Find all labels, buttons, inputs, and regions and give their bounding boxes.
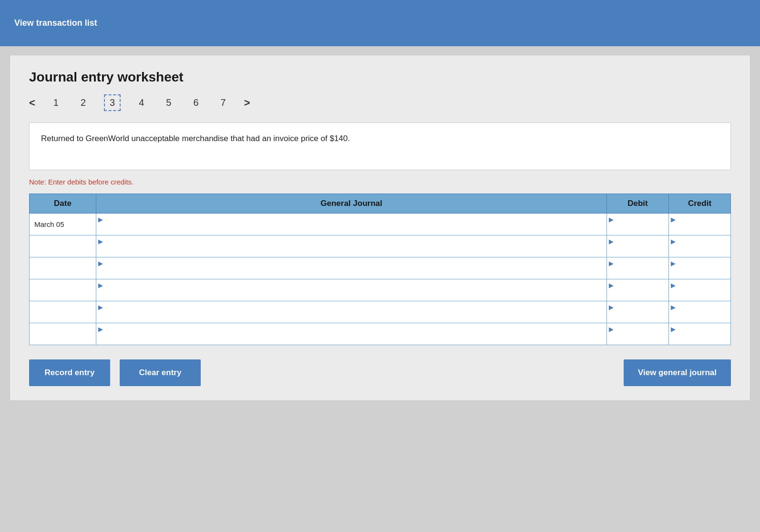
cell-journal-4[interactable]: ▶	[96, 301, 607, 323]
table-row: ▶▶▶	[30, 235, 731, 257]
table-row: March 05▶▶▶	[30, 214, 731, 235]
cell-date-3	[30, 279, 96, 301]
cell-date-4	[30, 301, 96, 323]
debit-input-4[interactable]	[614, 301, 668, 323]
debit-input-1[interactable]	[614, 235, 668, 257]
cell-journal-3[interactable]: ▶	[96, 279, 607, 301]
cell-credit-2[interactable]: ▶	[669, 257, 731, 279]
page-2-button[interactable]: 2	[77, 95, 90, 110]
header-journal: General Journal	[96, 194, 607, 214]
arrow-icon: ▶	[669, 323, 676, 333]
table-row: ▶▶▶	[30, 301, 731, 323]
clear-entry-button[interactable]: Clear entry	[120, 359, 201, 386]
table-row: ▶▶▶	[30, 323, 731, 345]
page-5-button[interactable]: 5	[162, 95, 175, 110]
cell-date-0: March 05	[30, 214, 96, 235]
cell-credit-3[interactable]: ▶	[669, 279, 731, 301]
debit-input-2[interactable]	[614, 257, 668, 279]
cell-credit-4[interactable]: ▶	[669, 301, 731, 323]
table-row: ▶▶▶	[30, 279, 731, 301]
worksheet-title: Journal entry worksheet	[29, 70, 731, 85]
cell-debit-0[interactable]: ▶	[607, 214, 669, 235]
cell-journal-2[interactable]: ▶	[96, 257, 607, 279]
table-row: ▶▶▶	[30, 257, 731, 279]
arrow-icon: ▶	[607, 323, 614, 333]
arrow-icon: ▶	[96, 235, 103, 245]
journal-input-2[interactable]	[103, 257, 606, 279]
pagination-row: < 1 2 3 4 5 6 7 >	[29, 94, 731, 111]
view-general-journal-button[interactable]: View general journal	[624, 359, 731, 386]
cell-credit-1[interactable]: ▶	[669, 235, 731, 257]
cell-debit-3[interactable]: ▶	[607, 279, 669, 301]
debit-input-3[interactable]	[614, 279, 668, 301]
journal-input-5[interactable]	[103, 323, 606, 345]
credit-input-5[interactable]	[676, 323, 730, 345]
page-4-button[interactable]: 4	[135, 95, 148, 110]
cell-debit-4[interactable]: ▶	[607, 301, 669, 323]
main-container: Journal entry worksheet < 1 2 3 4 5 6 7 …	[10, 55, 750, 401]
arrow-icon: ▶	[669, 301, 676, 311]
page-1-button[interactable]: 1	[50, 95, 62, 110]
arrow-icon: ▶	[669, 235, 676, 245]
journal-input-1[interactable]	[103, 235, 606, 257]
page-7-button[interactable]: 7	[217, 95, 230, 110]
journal-input-0[interactable]	[103, 214, 606, 235]
header-debit: Debit	[607, 194, 669, 214]
prev-arrow-button[interactable]: <	[29, 97, 35, 109]
cell-date-2	[30, 257, 96, 279]
next-arrow-button[interactable]: >	[244, 97, 250, 109]
header-credit: Credit	[669, 194, 731, 214]
cell-credit-0[interactable]: ▶	[669, 214, 731, 235]
debit-input-5[interactable]	[614, 323, 668, 345]
record-entry-button[interactable]: Record entry	[29, 359, 110, 386]
journal-table: Date General Journal Debit Credit March …	[29, 194, 731, 345]
arrow-icon: ▶	[669, 279, 676, 289]
credit-input-0[interactable]	[676, 214, 730, 235]
cell-journal-0[interactable]: ▶	[96, 214, 607, 235]
description-text: Returned to GreenWorld unacceptable merc…	[41, 134, 350, 143]
cell-debit-1[interactable]: ▶	[607, 235, 669, 257]
buttons-row: Record entry Clear entry View general jo…	[29, 359, 731, 386]
arrow-icon: ▶	[96, 301, 103, 311]
journal-input-4[interactable]	[103, 301, 606, 323]
arrow-icon: ▶	[96, 214, 103, 223]
arrow-icon: ▶	[607, 279, 614, 289]
arrow-icon: ▶	[96, 279, 103, 289]
arrow-icon: ▶	[669, 257, 676, 267]
journal-input-3[interactable]	[103, 279, 606, 301]
arrow-icon: ▶	[607, 235, 614, 245]
cell-date-5	[30, 323, 96, 345]
note-text: Note: Enter debits before credits.	[29, 178, 731, 186]
cell-credit-5[interactable]: ▶	[669, 323, 731, 345]
credit-input-3[interactable]	[676, 279, 730, 301]
credit-input-1[interactable]	[676, 235, 730, 257]
top-bar: View transaction list	[0, 0, 760, 46]
view-transaction-button[interactable]: View transaction list	[7, 13, 105, 33]
credit-input-4[interactable]	[676, 301, 730, 323]
arrow-icon: ▶	[96, 257, 103, 267]
debit-input-0[interactable]	[614, 214, 668, 235]
header-date: Date	[30, 194, 96, 214]
cell-date-1	[30, 235, 96, 257]
cell-debit-5[interactable]: ▶	[607, 323, 669, 345]
page-3-button[interactable]: 3	[104, 94, 121, 111]
arrow-icon: ▶	[96, 323, 103, 333]
arrow-icon: ▶	[607, 214, 614, 223]
cell-debit-2[interactable]: ▶	[607, 257, 669, 279]
arrow-icon: ▶	[607, 301, 614, 311]
cell-journal-5[interactable]: ▶	[96, 323, 607, 345]
credit-input-2[interactable]	[676, 257, 730, 279]
description-box: Returned to GreenWorld unacceptable merc…	[29, 123, 731, 170]
page-6-button[interactable]: 6	[189, 95, 202, 110]
arrow-icon: ▶	[607, 257, 614, 267]
cell-journal-1[interactable]: ▶	[96, 235, 607, 257]
arrow-icon: ▶	[669, 214, 676, 223]
